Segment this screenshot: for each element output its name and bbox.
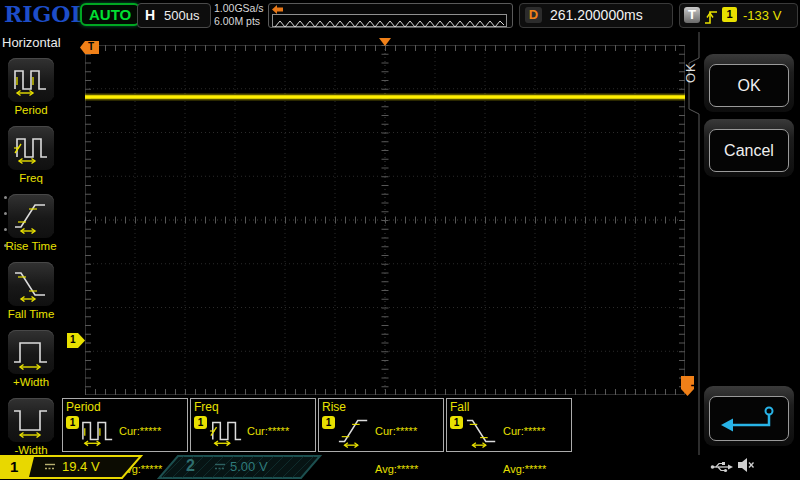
- sidebar-item-rise-time-label: Rise Time: [0, 240, 62, 252]
- stat-avg: Avg:*****: [375, 463, 420, 476]
- panel-title: Period: [66, 400, 101, 414]
- panel-channel-badge: 1: [450, 416, 463, 429]
- trigger-position-indicator[interactable]: [379, 38, 391, 46]
- waveform-display: [85, 45, 685, 395]
- trigger-box[interactable]: T 1 -133 V: [679, 3, 798, 28]
- sidebar-item-pwidth-label: +Width: [0, 376, 62, 388]
- freq-icon: [209, 414, 243, 448]
- overview-waveform-icon: [273, 18, 506, 29]
- sidebar-item-period[interactable]: [8, 58, 54, 102]
- stat-cur: Cur:*****: [119, 425, 164, 438]
- trigger-label: T: [684, 7, 700, 23]
- channel2-number: 2: [186, 457, 195, 475]
- menu-scroll-dot: [4, 228, 7, 231]
- menu-scroll-dot: [4, 196, 7, 199]
- return-arrow-icon: [717, 404, 781, 434]
- sidebar-item-rise-time[interactable]: [8, 194, 54, 238]
- usb-icon: [710, 460, 734, 474]
- menu-tab-label: OK: [683, 44, 697, 102]
- trigger-time-marker[interactable]: T: [80, 40, 99, 53]
- horizontal-label: H: [145, 7, 155, 23]
- channel2-coupling-icon: [214, 462, 226, 471]
- timebase-value: 500us: [164, 8, 199, 23]
- trigger-time-marker-label: T: [88, 40, 94, 53]
- delay-label: D: [525, 7, 542, 23]
- sidebar-title: Horizontal: [2, 35, 61, 50]
- sample-rate: 1.00GSa/s: [214, 2, 264, 15]
- back-button[interactable]: [704, 386, 794, 446]
- measurement-panel-rise: Rise 1 Cur:***** Avg:***** Max:***** Min…: [318, 398, 444, 452]
- sidebar-item-freq-label: Freq: [0, 172, 62, 184]
- speaker-muted-icon: [737, 457, 755, 473]
- sidebar-item-freq[interactable]: [8, 126, 54, 170]
- panel-title: Freq: [194, 400, 219, 414]
- period-icon: [81, 414, 115, 448]
- trigger-level-value: -133 V: [743, 8, 781, 23]
- rise-time-icon: [13, 198, 49, 234]
- stat-avg: Avg:*****: [503, 463, 548, 476]
- channel1-number: 1: [10, 458, 18, 475]
- trigger-slope-icon: [704, 8, 718, 25]
- rise-time-icon: [337, 414, 371, 448]
- panel-channel-badge: 1: [322, 416, 335, 429]
- measurement-panel-fall: Fall 1 Cur:***** Avg:***** Max:***** Min…: [446, 398, 572, 452]
- trigger-position-mini-icon: [272, 5, 283, 14]
- graticule: [85, 45, 685, 395]
- panel-title: Fall: [450, 400, 469, 414]
- sidebar-item-fall-time-label: Fall Time: [0, 308, 62, 320]
- oscilloscope-screen: RIGOL AUTO H 500us 1.00GSa/s 6.00M pts D…: [0, 0, 800, 480]
- acquisition-info: 1.00GSa/s 6.00M pts: [214, 2, 264, 28]
- panel-channel-badge: 1: [194, 416, 207, 429]
- overview-wave-window: [272, 14, 507, 27]
- stat-cur: Cur:*****: [247, 425, 292, 438]
- channel1-scale: 19.4 V: [62, 459, 100, 474]
- sidebar-item-fall-time[interactable]: [8, 262, 54, 306]
- freq-icon: [13, 130, 49, 166]
- measurement-panel-freq: Freq 1 Cur:***** Avg:***** Max:***** Min…: [190, 398, 316, 452]
- stat-cur: Cur:*****: [375, 425, 420, 438]
- sidebar-item-pwidth[interactable]: [8, 330, 54, 374]
- horizontal-timebase-box[interactable]: H 500us: [137, 3, 211, 28]
- menu-scroll-dot: [4, 212, 7, 215]
- cancel-button[interactable]: Cancel: [704, 119, 794, 177]
- panel-title: Rise: [322, 400, 346, 414]
- delay-box[interactable]: D 261.200000ms: [519, 3, 673, 28]
- channel1-coupling-icon: [44, 462, 56, 471]
- delay-value: 261.200000ms: [550, 7, 643, 23]
- panel-channel-badge: 1: [66, 416, 79, 429]
- run-status-badge: AUTO: [80, 3, 140, 26]
- ok-button-label: OK: [709, 64, 789, 107]
- fall-time-icon: [465, 414, 499, 448]
- channel2-scale: 5.00 V: [230, 459, 268, 474]
- ok-button[interactable]: OK: [704, 54, 794, 112]
- brand-logo: RIGOL: [4, 1, 86, 27]
- memory-depth: 6.00M pts: [214, 15, 264, 28]
- channel1-ground-marker[interactable]: 1: [67, 333, 85, 348]
- fall-time-icon: [13, 266, 49, 302]
- trigger-source-badge: 1: [722, 7, 737, 22]
- channel1-marker-label: 1: [70, 334, 76, 345]
- measurement-panel-period: Period 1 Cur:***** Avg:***** Max:***** M…: [62, 398, 188, 452]
- period-icon: [13, 62, 49, 98]
- minus-width-icon: [13, 402, 49, 438]
- waveform-overview: [268, 3, 513, 28]
- stat-cur: Cur:*****: [503, 425, 548, 438]
- sidebar-item-period-label: Period: [0, 104, 62, 116]
- sidebar-item-nwidth[interactable]: [8, 398, 54, 442]
- plus-width-icon: [13, 334, 49, 370]
- cancel-button-label: Cancel: [709, 129, 789, 172]
